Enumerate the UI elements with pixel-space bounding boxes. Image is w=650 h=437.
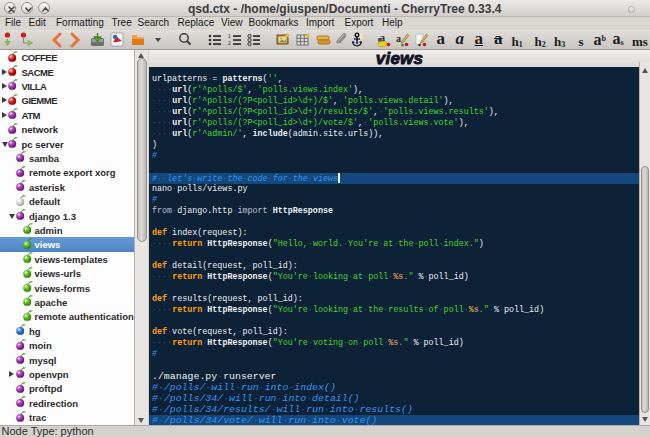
svg-text:1: 1	[228, 33, 231, 39]
svg-text:a: a	[396, 33, 401, 44]
svg-text:2: 2	[228, 40, 231, 46]
